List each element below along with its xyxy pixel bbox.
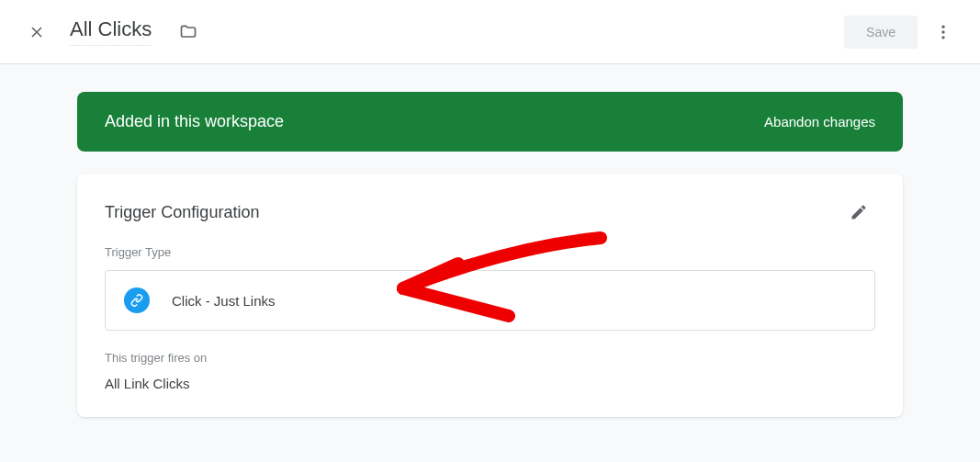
card-header: Trigger Configuration	[105, 196, 875, 229]
fires-on-value: All Link Clicks	[105, 376, 875, 391]
folder-button[interactable]	[170, 14, 207, 51]
trigger-type-value: Click - Just Links	[172, 293, 276, 309]
workspace-banner: Added in this workspace Abandon changes	[77, 92, 903, 152]
content-area: Added in this workspace Abandon changes …	[0, 64, 980, 462]
folder-icon	[179, 23, 197, 41]
save-button[interactable]: Save	[844, 16, 918, 49]
trigger-type-label: Trigger Type	[105, 245, 875, 259]
card-title: Trigger Configuration	[105, 203, 259, 222]
svg-point-4	[941, 36, 944, 39]
svg-point-2	[941, 25, 944, 28]
more-vert-icon	[934, 23, 952, 41]
banner-text: Added in this workspace	[105, 112, 284, 131]
page-title[interactable]: All Clicks	[70, 17, 152, 46]
abandon-changes-button[interactable]: Abandon changes	[764, 114, 875, 130]
fires-on-label: This trigger fires on	[105, 351, 875, 365]
svg-point-3	[941, 30, 944, 33]
header-bar: All Clicks Save	[0, 0, 980, 64]
edit-button[interactable]	[842, 196, 875, 229]
more-options-button[interactable]	[925, 14, 962, 51]
link-icon	[124, 287, 150, 313]
trigger-type-box[interactable]: Click - Just Links	[105, 270, 875, 331]
close-icon	[28, 23, 46, 41]
close-button[interactable]	[18, 14, 55, 51]
trigger-config-card: Trigger Configuration Trigger Type Click…	[77, 174, 903, 417]
pencil-icon	[850, 203, 868, 221]
